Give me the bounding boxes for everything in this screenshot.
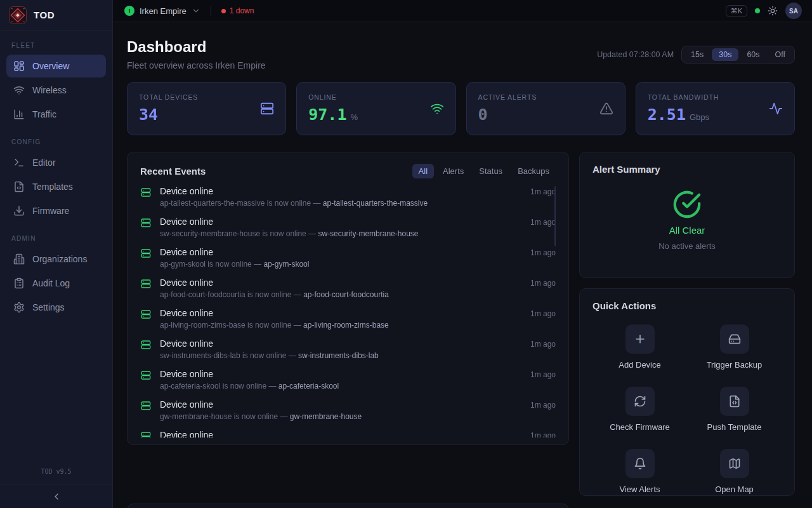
events-filter-tabs: All Alerts Status Backups (412, 164, 556, 178)
event-row[interactable]: Device online1m ago sw-instruments-dibs-… (140, 338, 556, 360)
clipboard-icon (13, 277, 25, 289)
events-list: Device online1m ago ap-tallest-quarters-… (140, 186, 556, 438)
nav-section-admin: ADMIN (0, 224, 112, 246)
event-title: Device online (160, 338, 213, 349)
user-avatar[interactable]: SA (785, 3, 802, 19)
interval-15s[interactable]: 15s (684, 48, 710, 61)
event-title: Device online (160, 186, 213, 196)
event-row[interactable]: Device online1m ago ap-cafeteria-skool i… (140, 369, 556, 391)
stat-label: TOTAL DEVICES (139, 93, 198, 101)
event-description: ap-food-court-foodcourtia is now online … (160, 290, 556, 299)
alert-summary-card: Alert Summary All Clear No active alerts (579, 152, 795, 278)
sidebar-collapse-button[interactable] (0, 484, 112, 508)
tab-backups[interactable]: Backups (511, 164, 556, 178)
tab-alerts[interactable]: Alerts (436, 164, 470, 178)
trigger-backup-button[interactable]: Trigger Backup (687, 324, 782, 370)
topbar: I Irken Empire 1 down ⌘K SA (113, 0, 812, 22)
sidebar-item-organizations[interactable]: Organizations (6, 248, 106, 271)
push-template-button[interactable]: Push Template (687, 387, 782, 432)
server-icon (140, 338, 152, 350)
events-scrollbar[interactable] (554, 186, 556, 246)
event-description: ap-tallest-quarters-the-massive is now o… (160, 199, 556, 208)
stat-unit: Gbps (690, 112, 709, 122)
event-time: 1m ago (530, 431, 556, 438)
down-status[interactable]: 1 down (221, 6, 254, 15)
topbar-divider (211, 6, 211, 16)
sidebar-item-label: Settings (32, 302, 65, 312)
dashboard-grid-icon (13, 60, 25, 72)
refresh-icon (634, 395, 646, 408)
event-device-name: ap-food-court-foodcourtia (303, 290, 389, 299)
gear-icon (13, 302, 25, 313)
event-row[interactable]: Device online1m ago ap-tallest-quarters-… (140, 186, 556, 208)
recent-events-title: Recent Events (140, 166, 206, 177)
event-row[interactable]: Device online1m ago ap-living-room-zims-… (140, 308, 556, 330)
file-code-icon (13, 181, 25, 192)
event-time: 1m ago (530, 370, 556, 379)
event-time: 1m ago (530, 218, 556, 227)
event-row[interactable]: Device online1m ago ap-gym-skool is now … (140, 247, 556, 269)
org-switcher[interactable]: I Irken Empire (124, 6, 200, 16)
app-logo-icon (9, 6, 27, 24)
sun-icon[interactable] (768, 6, 778, 16)
interval-30s[interactable]: 30s (712, 48, 738, 61)
building-icon (13, 253, 25, 265)
quick-actions-grid: Add Device Trigger Backup Check Firmware… (593, 324, 782, 494)
right-column: Alert Summary All Clear No active alerts… (579, 152, 795, 496)
app-name: TOD (34, 10, 55, 20)
sidebar-item-audit-log[interactable]: Audit Log (6, 272, 106, 295)
sidebar-item-firmware[interactable]: Firmware (6, 199, 106, 222)
sidebar-item-label: Traffic (32, 109, 56, 119)
recent-events-card: Recent Events All Alerts Status Backups … (127, 152, 569, 445)
server-icon (140, 186, 152, 197)
stat-value: 97.1 (308, 105, 346, 124)
event-description: sw-security-membrane-house is now online… (160, 229, 556, 238)
event-row[interactable]: Device online1m ago sw-security-membrane… (140, 217, 556, 238)
view-alerts-button[interactable]: View Alerts (593, 449, 687, 494)
event-row[interactable]: Device online1m ago ap-food-court-foodco… (140, 277, 556, 299)
event-title: Device online (160, 399, 213, 410)
server-icon (140, 430, 152, 438)
tab-all[interactable]: All (412, 164, 434, 178)
alert-summary-title: Alert Summary (593, 164, 782, 175)
command-palette-shortcut[interactable]: ⌘K (726, 5, 747, 17)
event-device-name: ap-living-room-zims-base (303, 321, 389, 330)
action-label: Add Device (619, 360, 660, 370)
event-row[interactable]: Device online1m ago (140, 430, 556, 438)
sidebar: TOD FLEET Overview Wireless Traffic CONF… (0, 0, 113, 508)
event-description: ap-gym-skool is now online — ap-gym-skoo… (160, 260, 556, 269)
sidebar-item-editor[interactable]: Editor (6, 151, 106, 174)
stat-value: 0 (478, 105, 488, 124)
tab-status[interactable]: Status (473, 164, 509, 178)
open-map-button[interactable]: Open Map (687, 449, 782, 494)
action-label: Open Map (715, 485, 754, 494)
server-icon (140, 277, 152, 289)
event-time: 1m ago (530, 401, 556, 410)
page-subtitle: Fleet overview across Irken Empire (127, 60, 266, 70)
sidebar-item-traffic[interactable]: Traffic (6, 103, 106, 126)
add-device-button[interactable]: Add Device (593, 324, 687, 370)
down-dot-icon (221, 9, 226, 13)
logo-row: TOD (0, 0, 112, 30)
sidebar-item-templates[interactable]: Templates (6, 175, 106, 198)
server-icon (140, 217, 152, 228)
sidebar-item-overview[interactable]: Overview (6, 55, 106, 77)
next-section-card-edge (127, 504, 569, 508)
event-device-name: ap-tallest-quarters-the-massive (323, 199, 428, 208)
org-badge: I (124, 6, 134, 16)
check-circle-icon (672, 190, 702, 219)
event-row[interactable]: Device online1m ago gw-membrane-house is… (140, 399, 556, 421)
interval-60s[interactable]: 60s (740, 48, 766, 61)
stat-card-total-devices: TOTAL DEVICES 34 (127, 82, 286, 135)
sidebar-item-label: Wireless (32, 85, 67, 95)
sidebar-item-settings[interactable]: Settings (6, 296, 106, 319)
event-description: ap-living-room-zims-base is now online —… (160, 321, 556, 330)
sidebar-item-wireless[interactable]: Wireless (6, 79, 106, 102)
down-count: 1 down (230, 6, 254, 15)
sidebar-item-label: Overview (32, 61, 69, 71)
terminal-icon (13, 157, 25, 168)
interval-off[interactable]: Off (768, 48, 792, 61)
main-content: Dashboard Fleet overview across Irken Em… (113, 22, 812, 508)
stat-card-active-alerts: ACTIVE ALERTS 0 (466, 82, 625, 135)
check-firmware-button[interactable]: Check Firmware (593, 387, 687, 432)
